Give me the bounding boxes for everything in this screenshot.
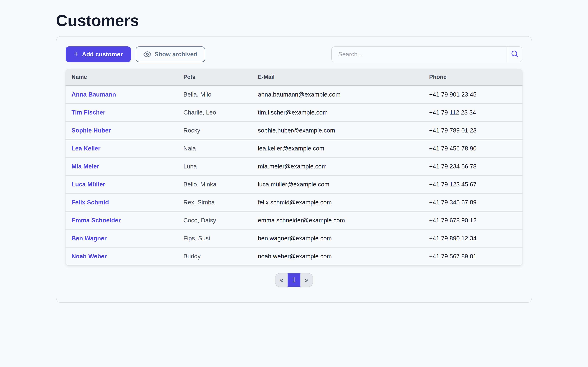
table-row: Sophie Huber Rocky sophie.huber@example.… [66,121,522,140]
add-customer-button[interactable]: + Add customer [66,46,131,62]
table-row: Luca Müller Bello, Minka luca.müller@exa… [66,175,522,193]
phone-cell: +41 79 901 23 45 [423,85,522,103]
customers-table: Name Pets E-Mail Phone A [66,69,522,265]
phone-cell: +41 79 678 90 12 [423,211,522,229]
pets-cell: Nala [178,140,252,158]
pagination-group: « 1 » [275,273,313,287]
customer-name-link[interactable]: Noah Weber [71,253,107,260]
phone-cell: +41 79 123 45 67 [423,175,522,193]
column-header: Phone [423,69,522,85]
table-header: Name Pets E-Mail Phone [66,69,522,85]
search-button[interactable] [507,47,522,62]
page: Customers + Add customer Show archived [56,0,532,303]
customer-name-link[interactable]: Lea Keller [71,145,101,152]
email-cell: lea.keller@example.com [252,140,423,158]
pagination-page-1-button[interactable]: 1 [288,273,300,287]
table-row: Lea Keller Nala lea.keller@example.com +… [66,140,522,158]
phone-cell: +41 79 890 12 34 [423,229,522,247]
phone-cell: +41 79 345 67 89 [423,193,522,211]
phone-cell: +41 79 567 89 01 [423,247,522,265]
phone-cell: +41 79 112 23 34 [423,103,522,121]
table-row: Ben Wagner Fips, Susi ben.wagner@example… [66,229,522,247]
eye-icon [144,50,151,58]
search-icon [510,50,519,59]
customer-name-link[interactable]: Luca Müller [71,181,105,188]
table-row: Anna Baumann Bella, Milo anna.baumann@ex… [66,85,522,103]
customer-name-link[interactable]: Sophie Huber [71,127,111,134]
email-cell: noah.weber@example.com [252,247,423,265]
toolbar: + Add customer Show archived [66,46,522,62]
email-cell: emma.schneider@example.com [252,211,423,229]
plus-icon: + [74,50,79,58]
column-header: Name [66,69,178,85]
email-cell: tim.fischer@example.com [252,103,423,121]
show-archived-label: Show archived [155,51,197,58]
search-input[interactable] [332,47,507,62]
pets-cell: Rocky [178,121,252,140]
show-archived-button[interactable]: Show archived [136,46,205,62]
customer-name-link[interactable]: Ben Wagner [71,235,107,242]
column-header: E-Mail [252,69,423,85]
customer-name-link[interactable]: Tim Fischer [71,109,105,116]
email-cell: mia.meier@example.com [252,158,423,175]
pets-cell: Buddy [178,247,252,265]
pagination: « 1 » [66,273,522,287]
email-cell: sophie.huber@example.com [252,121,423,140]
pets-cell: Rex, Simba [178,193,252,211]
customers-card: + Add customer Show archived [56,36,532,303]
table-body: Anna Baumann Bella, Milo anna.baumann@ex… [66,85,522,265]
pets-cell: Fips, Susi [178,229,252,247]
email-cell: luca.müller@example.com [252,175,423,193]
phone-cell: +41 79 456 78 90 [423,140,522,158]
search-group [331,46,522,62]
email-cell: anna.baumann@example.com [252,85,423,103]
customer-name-link[interactable]: Emma Schneider [71,217,121,224]
customer-name-link[interactable]: Anna Baumann [71,91,116,98]
table-row: Noah Weber Buddy noah.weber@example.com … [66,247,522,265]
customer-name-link[interactable]: Mia Meier [71,163,99,170]
column-header: Pets [178,69,252,85]
pets-cell: Bello, Minka [178,175,252,193]
pets-cell: Charlie, Leo [178,103,252,121]
email-cell: felix.schmid@example.com [252,193,423,211]
table-row: Tim Fischer Charlie, Leo tim.fischer@exa… [66,103,522,121]
add-customer-label: Add customer [82,51,123,58]
page-title: Customers [56,12,532,30]
email-cell: ben.wagner@example.com [252,229,423,247]
phone-cell: +41 79 234 56 78 [423,158,522,175]
pets-cell: Luna [178,158,252,175]
table-row: Emma Schneider Coco, Daisy emma.schneide… [66,211,522,229]
phone-cell: +41 79 789 01 23 [423,121,522,140]
customer-name-link[interactable]: Felix Schmid [71,199,109,206]
pets-cell: Coco, Daisy [178,211,252,229]
pagination-prev-button[interactable]: « [276,273,288,287]
table-row: Mia Meier Luna mia.meier@example.com +41… [66,158,522,175]
table-row: Felix Schmid Rex, Simba felix.schmid@exa… [66,193,522,211]
pagination-next-button[interactable]: » [300,273,312,287]
pets-cell: Bella, Milo [178,85,252,103]
